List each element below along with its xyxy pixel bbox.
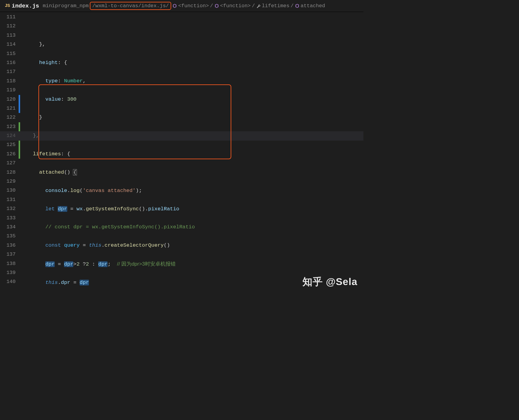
- line-number: 137: [0, 250, 16, 259]
- current-line-highlight: [0, 131, 363, 140]
- wrench-icon: [256, 4, 261, 8]
- line-number: 135: [0, 232, 16, 241]
- line-number: 112: [0, 22, 16, 31]
- line-number: 122: [0, 113, 16, 122]
- line-number: 131: [0, 195, 16, 204]
- line-number: 139: [0, 268, 16, 277]
- diff-modified-marker: [19, 95, 20, 104]
- symbol-namespace-icon: [172, 4, 177, 8]
- diff-added-marker: [19, 150, 20, 159]
- watermark: 知乎 @Sela: [302, 275, 357, 289]
- line-number: 117: [0, 67, 16, 76]
- line-number: 134: [0, 223, 16, 232]
- line-number: 127: [0, 159, 16, 168]
- line-number: 115: [0, 49, 16, 58]
- line-number: 121: [0, 104, 16, 113]
- breadcrumb: miniprogram_npm /wxml-to-canvas/index.js…: [43, 2, 325, 10]
- line-number: 125: [0, 140, 16, 149]
- js-icon: JS: [5, 3, 10, 8]
- breadcrumb-seg-fn1[interactable]: <function>: [178, 3, 209, 9]
- line-number: 130: [0, 186, 16, 195]
- line-number: 133: [0, 214, 16, 223]
- line-number: 116: [0, 58, 16, 67]
- line-number: 138: [0, 259, 16, 268]
- breadcrumb-seg-fn2[interactable]: <function>: [220, 3, 251, 9]
- code-area[interactable]: }, height: { type: Number, value: 300 } …: [20, 12, 363, 294]
- line-number: 126: [0, 150, 16, 159]
- diff-added-marker: [19, 122, 20, 131]
- line-number: 129: [0, 177, 16, 186]
- breadcrumb-seg-highlighted[interactable]: /wxml-to-canvas/index.js/: [90, 2, 171, 10]
- tab-bar: JS index.js miniprogram_npm /wxml-to-can…: [0, 0, 363, 12]
- line-number: 128: [0, 168, 16, 177]
- active-tab[interactable]: JS index.js: [1, 0, 43, 12]
- line-number: 111: [0, 13, 16, 22]
- line-number: 140: [0, 277, 16, 286]
- line-number: 119: [0, 86, 16, 95]
- breadcrumb-seg-lifetimes[interactable]: lifetimes: [262, 3, 290, 9]
- tab-title: index.js: [12, 3, 39, 9]
- line-number: 120: [0, 95, 16, 104]
- breadcrumb-seg-attached[interactable]: attached: [301, 3, 325, 9]
- line-number: 113: [0, 31, 16, 40]
- line-number: 132: [0, 204, 16, 213]
- line-number: 118: [0, 77, 16, 86]
- code-editor[interactable]: 1111121131141151161171181191201211221231…: [0, 12, 363, 294]
- line-number-gutter: 1111121131141151161171181191201211221231…: [0, 12, 19, 294]
- breadcrumb-seg-folder[interactable]: miniprogram_npm: [43, 3, 89, 9]
- line-number: 136: [0, 241, 16, 250]
- symbol-namespace-icon: [214, 4, 219, 8]
- line-number: 114: [0, 40, 16, 49]
- line-number: 123: [0, 122, 16, 131]
- symbol-method-icon: [295, 4, 299, 8]
- diff-modified-marker: [19, 104, 20, 113]
- diff-added-marker: [19, 141, 20, 150]
